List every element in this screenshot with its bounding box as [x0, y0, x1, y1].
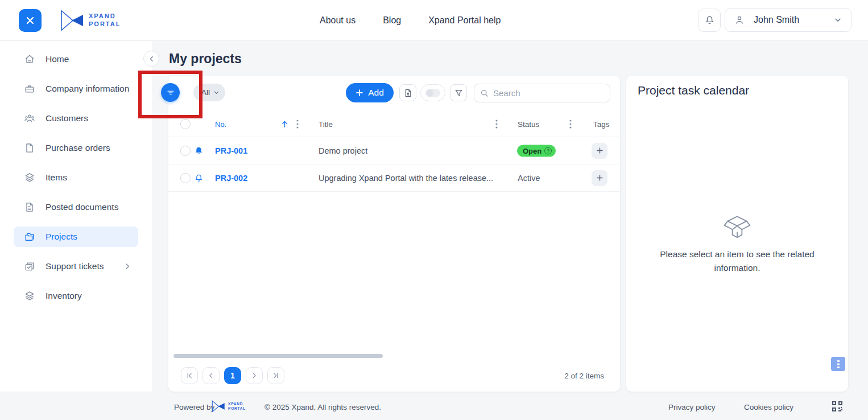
footer-brand-logo: XPAND PORTAL: [211, 400, 246, 413]
previous-page-button[interactable]: [202, 367, 220, 384]
chevron-down-icon: [213, 89, 220, 96]
sort-ascending-icon[interactable]: [280, 120, 290, 129]
home-icon: [24, 53, 35, 65]
search-input[interactable]: [493, 88, 604, 98]
empty-box-icon: [723, 212, 751, 241]
notifications-button[interactable]: [698, 9, 721, 32]
search-box: [474, 84, 610, 102]
first-page-icon: [185, 372, 193, 380]
powered-by-text: Powered by: [174, 403, 214, 411]
toggle-track: [425, 89, 440, 97]
filter-button[interactable]: [450, 84, 467, 101]
excel-file-icon: [403, 88, 413, 98]
back-button[interactable]: [143, 51, 159, 67]
chevron-right-icon: [250, 372, 258, 380]
column-menu-icon[interactable]: [493, 119, 501, 129]
column-menu-icon[interactable]: [567, 119, 574, 129]
sidebar-item-posted-documents[interactable]: Posted documents: [14, 197, 138, 217]
toggle-knob: [426, 89, 433, 97]
quick-filter-dropdown[interactable]: All: [193, 84, 225, 101]
add-button-label: Add: [368, 88, 384, 98]
projects-list-card: All Add No. Title Status: [168, 76, 620, 392]
export-excel-button[interactable]: [399, 84, 416, 101]
xpand-bowtie-icon: [211, 400, 226, 413]
bell-icon: [704, 15, 715, 26]
panel-options-button[interactable]: [831, 357, 845, 371]
sidebar-item-customers[interactable]: Customers: [14, 108, 138, 129]
cookies-policy-link[interactable]: Cookies policy: [744, 403, 793, 411]
support-ticket-icon: [24, 261, 35, 272]
column-menu-icon[interactable]: [294, 119, 301, 129]
bell-filled-icon: [194, 146, 204, 155]
inventory-icon: [24, 290, 35, 302]
project-task-calendar-card: Project task calendar Please select an i…: [626, 76, 848, 392]
search-icon: [480, 89, 489, 97]
posted-document-icon: [24, 201, 35, 213]
top-header: XPAND PORTAL About us Blog Xpand Portal …: [0, 0, 868, 41]
add-button[interactable]: Add: [346, 83, 394, 102]
row-checkbox[interactable]: [180, 173, 191, 183]
column-header-no[interactable]: No.: [215, 120, 226, 129]
first-page-button[interactable]: [181, 367, 198, 384]
column-header-tags[interactable]: Tags: [593, 120, 610, 129]
copyright-text: © 2025 Xpand. All rights reserved.: [264, 403, 381, 411]
user-menu[interactable]: John Smith: [725, 8, 852, 32]
column-header-status[interactable]: Status: [518, 120, 539, 129]
sidebar-item-support-tickets[interactable]: Support tickets: [14, 256, 138, 277]
view-toggle[interactable]: [420, 84, 445, 101]
status-text: Active: [518, 174, 540, 183]
project-title-cell: Upgrading Xpand Portal with the lates re…: [319, 174, 493, 183]
sidebar-item-home[interactable]: Home: [14, 49, 138, 69]
row-checkbox[interactable]: [180, 146, 191, 156]
last-page-button[interactable]: [267, 367, 284, 384]
add-tag-button[interactable]: [592, 143, 607, 159]
sidebar-item-items[interactable]: Items: [14, 167, 138, 188]
sidebar-item-purchase-orders[interactable]: Purchase orders: [14, 138, 138, 158]
applied-filter-button[interactable]: [161, 83, 180, 102]
nav-blog[interactable]: Blog: [383, 15, 401, 26]
horizontal-scrollbar[interactable]: [173, 354, 383, 358]
status-badge-open: Open ?: [517, 145, 556, 157]
table-header-row: No. Title Status Tags: [168, 112, 620, 137]
last-page-icon: [272, 372, 280, 380]
top-navigation: About us Blog Xpand Portal help: [320, 0, 501, 41]
close-menu-button[interactable]: [19, 9, 42, 32]
brand-logo[interactable]: XPAND PORTAL: [59, 9, 121, 32]
project-title-cell: Demo project: [319, 146, 367, 155]
sidebar-item-company-information[interactable]: Company information: [14, 79, 138, 99]
user-name: John Smith: [754, 15, 799, 25]
sidebar-item-label: Company information: [46, 84, 129, 94]
quick-filter-label: All: [201, 88, 210, 97]
nav-about-us[interactable]: About us: [320, 15, 356, 26]
select-all-checkbox[interactable]: [180, 119, 191, 129]
empty-state-text: Please select an item to see the related…: [642, 248, 832, 275]
sidebar-item-label: Inventory: [46, 291, 82, 301]
sidebar-item-projects[interactable]: Projects: [14, 227, 138, 247]
sidebar-item-inventory[interactable]: Inventory: [14, 286, 138, 306]
column-header-title[interactable]: Title: [319, 120, 333, 129]
plus-icon: [356, 89, 363, 97]
xpand-portal-app: XPAND PORTAL About us Blog Xpand Portal …: [0, 0, 868, 420]
add-tag-button[interactable]: [592, 170, 607, 186]
purchase-order-icon: [24, 142, 35, 154]
next-page-button[interactable]: [246, 367, 263, 384]
privacy-policy-link[interactable]: Privacy policy: [668, 403, 716, 411]
page-1-button[interactable]: 1: [224, 367, 241, 384]
sidebar-item-label: Projects: [46, 232, 77, 242]
table-row[interactable]: PRJ-001 Demo project Open ?: [168, 137, 620, 164]
help-circle-icon[interactable]: ?: [544, 147, 552, 154]
sidebar-item-label: Customers: [46, 113, 88, 123]
project-number-link[interactable]: PRJ-002: [215, 174, 247, 183]
xpand-bowtie-icon: [59, 9, 85, 32]
folder-icon: [24, 231, 35, 242]
chevron-left-icon: [207, 372, 215, 380]
chevron-left-icon: [148, 55, 155, 63]
table-row[interactable]: PRJ-002 Upgrading Xpand Portal with the …: [168, 164, 620, 192]
sidebar-item-label: Purchase orders: [46, 143, 110, 153]
footer: Powered by XPAND PORTAL © 2025 Xpand. Al…: [0, 392, 868, 420]
project-number-link[interactable]: PRJ-001: [215, 146, 247, 155]
qr-code-icon[interactable]: [831, 400, 844, 413]
chevron-down-icon: [834, 16, 842, 24]
person-icon: [734, 15, 745, 25]
nav-portal-help[interactable]: Xpand Portal help: [428, 15, 501, 26]
